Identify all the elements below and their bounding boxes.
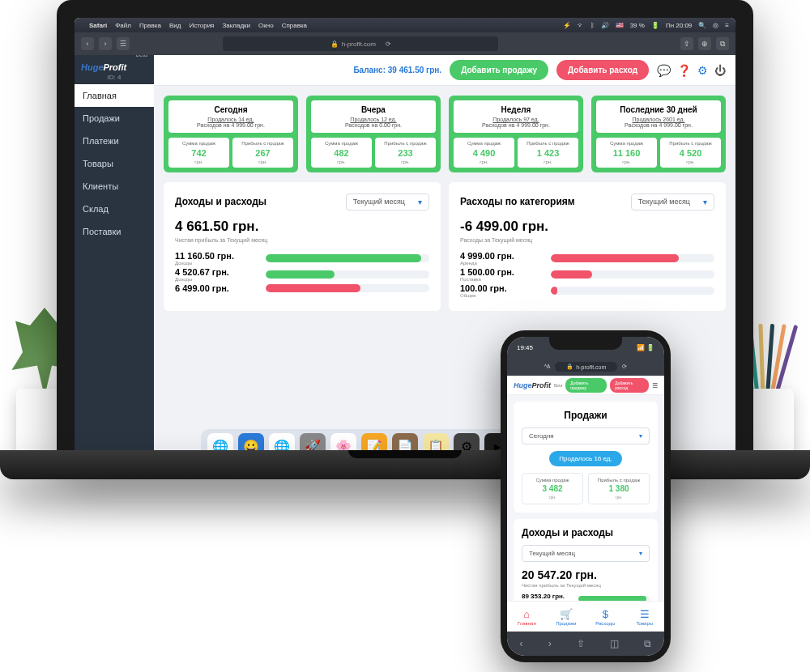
expense-period-select[interactable]: Текущий месяц: [631, 194, 714, 211]
income-subtitle: Чистая прибыль за Текущий месяц: [175, 237, 429, 243]
menu-view[interactable]: Вид: [169, 22, 181, 29]
phone-app-header: HugeProfit Beta Добавить продажу Добавит…: [507, 376, 664, 395]
bluetooth-icon[interactable]: ᛒ: [590, 22, 595, 29]
spotlight-icon[interactable]: 🔍: [698, 22, 706, 29]
profit-subcard[interactable]: Прибыль с продаж233грн.: [375, 138, 436, 168]
phone-profit-card: Прибыль с продаж1 380грн.: [588, 473, 650, 504]
sum-subcard[interactable]: Сумма продаж11 160грн.: [596, 138, 657, 168]
phone-nav-3[interactable]: ☰Товары: [625, 602, 665, 632]
power-icon[interactable]: ⏻: [714, 64, 726, 77]
macos-menubar: Safari Файл Правка Вид История Закладки …: [75, 18, 735, 32]
reload-icon[interactable]: ⟳: [622, 364, 627, 370]
bar-row: 6 499.00 грн.: [175, 283, 429, 293]
app-logo[interactable]: HugeProfit: [75, 57, 154, 74]
chat-icon[interactable]: 💬: [657, 64, 671, 77]
quickaction-icon[interactable]: ⚡: [563, 22, 571, 29]
menu-file[interactable]: Файл: [115, 22, 131, 29]
add-sale-button[interactable]: Добавить продажу: [450, 60, 548, 80]
nav-products[interactable]: Товары: [75, 152, 154, 175]
expense-total: -6 499.00 грн.: [460, 219, 714, 235]
expense-panel-title: Расходы по категориям: [460, 196, 575, 207]
phone-income-select[interactable]: Текущий месяц: [522, 545, 650, 562]
app-sidebar: Beta HugeProfit ID: 4 Главная Продажи Пл…: [75, 55, 154, 455]
summary-card-2: НеделяПродалось 97 ед.Расходов на 4 999.…: [449, 96, 583, 172]
sum-subcard[interactable]: Сумма продаж742грн.: [168, 138, 229, 168]
sum-subcard[interactable]: Сумма продаж482грн.: [311, 138, 372, 168]
phone-logo[interactable]: HugeProfit: [514, 381, 551, 389]
battery-icon[interactable]: 🔋: [651, 22, 659, 29]
phone-add-sale-button[interactable]: Добавить продажу: [565, 378, 607, 393]
app-topbar: Баланс: 39 461.50 грн. Добавить продажу …: [154, 55, 735, 86]
share-button[interactable]: ⇪: [680, 37, 693, 50]
bar-row: 100.00 грн.Общее: [460, 283, 714, 298]
gear-icon[interactable]: ⚙: [697, 64, 708, 77]
phone-nav-2[interactable]: $Расходы: [586, 602, 625, 632]
phone-sales-select[interactable]: Сегодня: [522, 427, 650, 444]
nav-supplies[interactable]: Поставки: [75, 220, 154, 243]
bar-row: 1 500.00 грн.Поставка: [460, 267, 714, 282]
url-bar[interactable]: 🔒 h-profit.com ⟳: [223, 36, 498, 51]
wifi-icon[interactable]: ᯤ: [578, 22, 584, 29]
nav-payments[interactable]: Платежи: [75, 130, 154, 152]
phone-frame: 19:45 📶 🔋 ᴬA 🔒h-profit.com ⟳ HugeProfit …: [501, 330, 671, 662]
phone-sales-title: Продажи: [522, 410, 650, 421]
back-button[interactable]: ‹: [81, 37, 94, 50]
volume-icon[interactable]: 🔊: [601, 22, 609, 29]
new-tab-button[interactable]: ⊕: [698, 37, 711, 50]
user-id: ID: 4: [75, 74, 154, 84]
phone-body: Продажи Сегодня Продалось 16 ед. Сумма п…: [507, 395, 664, 601]
phone-income-title: Доходы и расходы: [522, 527, 650, 538]
help-icon[interactable]: ❓: [677, 64, 691, 77]
reload-icon[interactable]: ⟳: [386, 40, 391, 48]
profit-subcard[interactable]: Прибыль с продаж267грн.: [232, 138, 293, 168]
phone-nav-1[interactable]: 🛒Продажи: [547, 602, 586, 632]
phone-safari-toolbar: ‹ › ⇧ ◫ ⧉: [507, 632, 664, 656]
add-expense-button[interactable]: Добавить расход: [556, 60, 649, 80]
phone-screen: 19:45 📶 🔋 ᴬA 🔒h-profit.com ⟳ HugeProfit …: [507, 337, 664, 656]
summary-card-3: Последние 30 днейПродалось 2601 ед.Расхо…: [591, 96, 726, 172]
sidebar-toggle-button[interactable]: ☰: [117, 37, 130, 50]
nav-clients[interactable]: Клиенты: [75, 175, 154, 198]
profit-subcard[interactable]: Прибыль с продаж1 423грн.: [518, 138, 578, 168]
forward-button[interactable]: ›: [99, 37, 112, 50]
tabs-icon[interactable]: ⧉: [644, 638, 651, 649]
app-name[interactable]: Safari: [89, 22, 107, 29]
bar-row: 4 999.00 грн.Аренда: [460, 251, 714, 266]
nav-sales[interactable]: Продажи: [75, 107, 154, 130]
lock-icon: 🔒: [566, 364, 573, 370]
share-icon[interactable]: ⇧: [577, 638, 585, 649]
phone-sold-pill[interactable]: Продалось 16 ед.: [549, 451, 621, 466]
nav-warehouse[interactable]: Склад: [75, 198, 154, 220]
menu-icon[interactable]: ≡: [652, 380, 658, 391]
tabs-button[interactable]: ⧉: [716, 37, 729, 50]
summary-card-1: ВчераПродалось 12 ед.Расходов на 0.00 гр…: [306, 96, 441, 172]
bar-row: 4 520.67 грн.Доходы: [175, 267, 429, 282]
bar-row: 11 160.50 грн.Доходы: [175, 251, 429, 266]
notifications-icon[interactable]: ≡: [725, 22, 729, 29]
income-total: 4 661.50 грн.: [175, 219, 429, 235]
menu-history[interactable]: История: [189, 22, 214, 29]
profit-subcard[interactable]: Прибыль с продаж4 520грн.: [660, 138, 721, 168]
back-icon[interactable]: ‹: [520, 638, 523, 649]
menu-edit[interactable]: Правка: [139, 22, 161, 29]
menu-bookmarks[interactable]: Закладки: [222, 22, 250, 29]
bookmarks-icon[interactable]: ◫: [610, 638, 619, 649]
phone-nav-0[interactable]: ⌂Главная: [507, 602, 547, 632]
phone-sales-card: Продажи Сегодня Продалось 16 ед. Сумма п…: [514, 402, 658, 513]
control-center-icon[interactable]: ◎: [713, 22, 718, 29]
clock-text[interactable]: Пн 20:09: [666, 22, 692, 29]
sum-subcard[interactable]: Сумма продаж4 490грн.: [454, 138, 514, 168]
forward-icon[interactable]: ›: [548, 638, 552, 649]
nav-home[interactable]: Главная: [75, 84, 154, 107]
lock-icon: 🔒: [330, 40, 339, 48]
phone-add-expense-button[interactable]: Добавить расход: [610, 378, 649, 393]
flag-icon[interactable]: 🇺🇸: [616, 22, 624, 29]
phone-income-total: 20 547.20 грн.: [522, 568, 650, 581]
phone-bottom-nav: ⌂Главная🛒Продажи$Расходы☰Товары: [507, 601, 664, 632]
income-period-select[interactable]: Текущий месяц: [346, 194, 429, 211]
menu-window[interactable]: Окно: [258, 22, 274, 29]
text-size-icon[interactable]: ᴬA: [544, 364, 551, 370]
browser-toolbar: ‹ › ☰ 🔒 h-profit.com ⟳ ⇪ ⊕ ⧉: [75, 32, 735, 55]
phone-urlbar[interactable]: ᴬA 🔒h-profit.com ⟳: [507, 358, 664, 376]
menu-help[interactable]: Справка: [282, 22, 307, 29]
